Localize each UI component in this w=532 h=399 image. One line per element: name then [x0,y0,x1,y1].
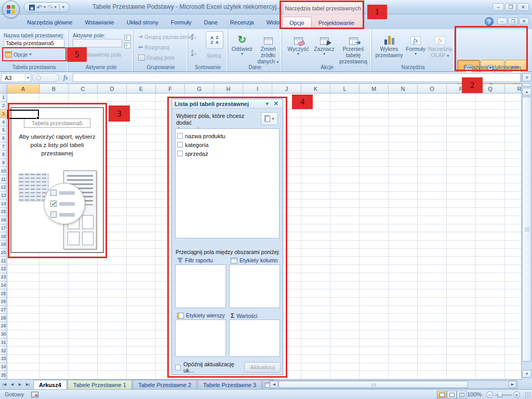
cell-B23[interactable] [39,273,69,281]
cell-R35[interactable] [505,371,521,379]
row-header-9[interactable]: 9 [0,159,7,167]
column-header-G[interactable]: G [185,84,214,93]
cell-E23[interactable] [127,273,156,281]
cell-Q28[interactable] [476,314,505,322]
cell-K16[interactable] [301,216,330,224]
row-header-30[interactable]: 30 [0,330,7,339]
cell-K30[interactable] [301,330,330,338]
cell-N32[interactable] [389,347,418,354]
cell-K23[interactable] [301,273,330,281]
cell-M3[interactable] [360,110,389,117]
minimize-button[interactable]: – [493,3,504,11]
cell-P20[interactable] [447,249,476,257]
cell-M19[interactable] [360,241,389,248]
cell-N31[interactable] [389,339,418,347]
formula-input[interactable] [73,73,521,82]
cell-E3[interactable] [127,110,156,117]
cell-K4[interactable] [301,118,330,126]
macro-record-icon[interactable] [31,392,38,397]
cell-O24[interactable] [418,282,447,289]
workbook-minimize-button[interactable]: – [497,18,507,24]
checkbox-icon[interactable] [175,365,181,370]
cell-P26[interactable] [447,298,476,305]
cell-N16[interactable] [389,216,418,224]
cell-L20[interactable] [330,249,360,257]
cell-P23[interactable] [447,273,476,281]
cell-E30[interactable] [127,330,156,338]
cell-Q10[interactable] [476,167,505,175]
cell-P22[interactable] [447,265,476,273]
cell-P17[interactable] [447,224,476,232]
cell-K9[interactable] [301,159,330,167]
cell-R7[interactable] [505,142,521,150]
cell-O9[interactable] [418,159,447,167]
cell-L21[interactable] [330,257,360,264]
cell-O23[interactable] [418,273,447,281]
cell-C31[interactable] [69,339,98,347]
cell-C26[interactable] [69,298,98,305]
cell-R5[interactable] [505,126,521,134]
cell-M21[interactable] [360,257,389,264]
cell-R17[interactable] [505,224,521,232]
pivotchart-button[interactable]: Wykres przestawny [375,31,403,58]
cell-D26[interactable] [98,298,127,305]
cell-B34[interactable] [39,363,69,371]
pane-title-bar[interactable]: Lista pól tabeli przestawnej ▼ ✕ [172,99,283,109]
column-header-K[interactable]: K [301,84,330,93]
pane-layout-button[interactable]: ▾ [261,112,278,125]
cell-R30[interactable] [505,330,521,338]
tab-dane[interactable]: Dane [198,16,224,29]
cell-R2[interactable] [505,102,521,110]
cell-D32[interactable] [98,347,127,354]
cell-O8[interactable] [418,151,447,158]
row-header-19[interactable]: 19 [0,241,7,249]
cell-Q7[interactable] [476,142,505,150]
cell-E12[interactable] [127,183,156,191]
column-header-R[interactable]: R [505,84,521,93]
cell-L17[interactable] [330,224,360,232]
cell-A23[interactable] [7,273,39,281]
cell-O2[interactable] [418,102,447,110]
row-labels-area[interactable] [175,320,226,357]
row-header-2[interactable]: 2 [0,102,7,110]
cell-R21[interactable] [505,257,521,264]
pivot-options-button[interactable]: Opcje ▾ [4,49,33,59]
column-header-A[interactable]: A [7,84,39,93]
cell-L25[interactable] [330,289,360,297]
cell-N17[interactable] [389,224,418,232]
cell-K13[interactable] [301,192,330,200]
cell-L3[interactable] [330,110,360,117]
cell-Q11[interactable] [476,175,505,183]
cell-E22[interactable] [127,265,156,273]
cell-A25[interactable] [7,289,39,297]
cell-M14[interactable] [360,200,389,207]
active-field-input[interactable] [73,39,122,47]
cell-L10[interactable] [330,167,360,175]
checkbox-icon[interactable] [177,142,183,148]
cell-R26[interactable] [505,298,521,305]
cell-N8[interactable] [389,151,418,158]
report-filter-area[interactable] [175,264,226,308]
cell-P1[interactable] [447,94,476,101]
cell-L27[interactable] [330,306,360,314]
cell-O7[interactable] [418,142,447,150]
cell-Q31[interactable] [476,339,505,347]
cell-R24[interactable] [505,282,521,289]
cell-M24[interactable] [360,282,389,289]
cell-L6[interactable] [330,135,360,142]
cell-P24[interactable] [447,282,476,289]
sort-az-button[interactable]: AZ↓ [191,32,204,42]
cell-L32[interactable] [330,347,360,354]
cell-A28[interactable] [7,314,39,322]
cell-B28[interactable] [39,314,69,322]
customize-qat-icon[interactable]: ▾ [62,5,64,9]
cell-O4[interactable] [418,118,447,126]
values-area[interactable] [229,320,280,357]
change-data-source-button[interactable]: Zmień źródło danych ▾ [255,31,281,64]
tab-wstawianie[interactable]: Wstawianie [78,16,120,29]
cell-E16[interactable] [127,216,156,224]
cell-N14[interactable] [389,200,418,207]
cell-N9[interactable] [389,159,418,167]
cell-R15[interactable] [505,208,521,216]
cell-E9[interactable] [127,159,156,167]
